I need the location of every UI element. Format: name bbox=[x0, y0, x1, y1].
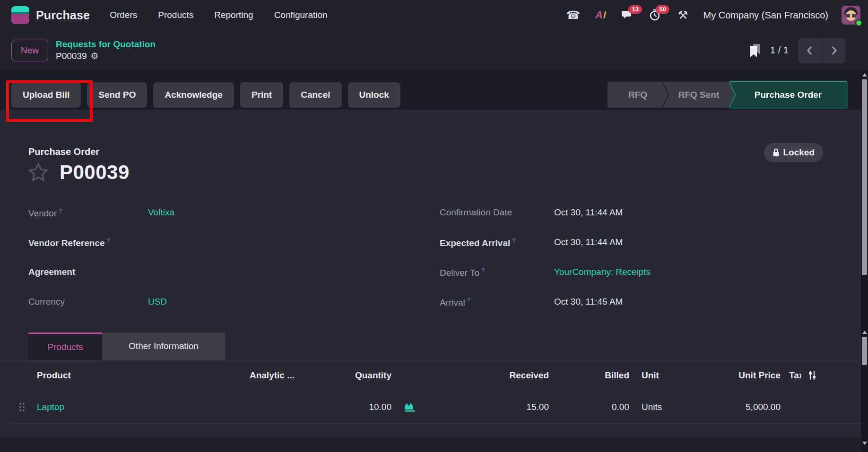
action-strip: Upload Bill Send PO Acknowledge Print Ca… bbox=[0, 70, 861, 110]
purchase-app-logo[interactable] bbox=[11, 6, 29, 24]
voip-phone-icon[interactable]: ☎ bbox=[566, 7, 580, 23]
pager-area: 1 / 1 bbox=[749, 38, 845, 63]
breadcrumb-current: P00039 bbox=[56, 51, 87, 61]
pager-previous-button[interactable] bbox=[798, 38, 822, 63]
table-row[interactable]: Laptop 10.00 15.00 0.00 Units 5,000.00 bbox=[11, 391, 861, 424]
stage-purchase-order[interactable]: Purchase Order bbox=[729, 82, 847, 108]
inner-scroll-up-arrow[interactable] bbox=[862, 331, 867, 334]
breadcrumb: Requests for Quotation P00039 ⚙ bbox=[56, 39, 156, 61]
activities-icon[interactable]: 50 bbox=[648, 7, 662, 23]
field-vendor: Vendor? Voltixa bbox=[28, 205, 440, 234]
online-status-dot bbox=[855, 19, 862, 26]
notebook: Products Other Information Product Analy… bbox=[0, 333, 861, 424]
deliver-to-value-link[interactable]: YourCompany: Receipts bbox=[554, 264, 651, 277]
row-quantity[interactable]: 10.00 bbox=[295, 402, 391, 412]
row-billed[interactable]: 0.00 bbox=[549, 402, 629, 412]
main-menu: Orders Products Reporting Configuration bbox=[110, 10, 327, 20]
expected-arrival-value[interactable]: Oct 30, 11:44 AM bbox=[554, 234, 623, 247]
messages-count-badge: 13 bbox=[628, 5, 642, 14]
row-product-link[interactable]: Laptop bbox=[32, 402, 193, 412]
chevron-right-icon bbox=[830, 45, 838, 56]
row-received[interactable]: 15.00 bbox=[419, 402, 549, 412]
pager-next-button[interactable] bbox=[822, 38, 845, 63]
help-icon: ? bbox=[467, 297, 470, 304]
col-header-quantity[interactable]: Quantity bbox=[295, 370, 391, 381]
inner-scrollbar-thumb[interactable] bbox=[862, 337, 867, 365]
locked-badge: Locked bbox=[764, 143, 823, 162]
user-avatar[interactable] bbox=[842, 6, 860, 25]
vendor-value-link[interactable]: Voltixa bbox=[148, 205, 174, 218]
breadcrumb-parent-link[interactable]: Requests for Quotation bbox=[56, 39, 156, 50]
send-po-button[interactable]: Send PO bbox=[87, 82, 147, 108]
app-title: Purchase bbox=[36, 9, 90, 22]
notebook-tabs: Products Other Information bbox=[0, 333, 861, 360]
developer-tools-icon[interactable]: ⚒ bbox=[676, 7, 690, 23]
fields-right-column: Confirmation Date Oct 30, 11:44 AM Expec… bbox=[440, 205, 833, 324]
favorite-star-icon[interactable] bbox=[27, 162, 49, 183]
statusbar: RFQ RFQ Sent Purchase Order bbox=[608, 82, 847, 108]
ai-assistant-icon[interactable]: AI bbox=[593, 7, 608, 23]
activities-count-badge: 50 bbox=[656, 5, 669, 14]
optional-columns-icon[interactable] bbox=[807, 370, 818, 381]
field-expected-arrival: Expected Arrival? Oct 30, 11:44 AM bbox=[440, 234, 833, 264]
tab-products[interactable]: Products bbox=[28, 333, 102, 360]
vertical-scrollbar[interactable] bbox=[861, 70, 868, 452]
document-type-label: Purchase Order bbox=[28, 146, 99, 157]
menu-orders[interactable]: Orders bbox=[110, 10, 137, 20]
stage-rfq-sent[interactable]: RFQ Sent bbox=[663, 82, 735, 108]
field-confirmation-date: Confirmation Date Oct 30, 11:44 AM bbox=[440, 205, 833, 234]
currency-value-link[interactable]: USD bbox=[148, 294, 167, 307]
menu-products[interactable]: Products bbox=[158, 10, 193, 20]
confirmation-date-value[interactable]: Oct 30, 11:44 AM bbox=[554, 205, 623, 218]
scroll-up-arrow[interactable] bbox=[862, 73, 867, 77]
field-group: Vendor? Voltixa Vendor Reference? Agreem… bbox=[28, 205, 833, 324]
col-header-received[interactable]: Received bbox=[419, 370, 549, 381]
table-header-row: Product Analytic ... Quantity Received B… bbox=[11, 360, 861, 391]
company-selector[interactable]: My Company (San Francisco) bbox=[703, 10, 828, 21]
col-header-unit[interactable]: Unit bbox=[629, 370, 691, 381]
row-unit[interactable]: Units bbox=[629, 402, 691, 412]
help-icon: ? bbox=[481, 267, 485, 274]
field-arrival: Arrival? Oct 30, 11:45 AM bbox=[440, 294, 833, 324]
print-button[interactable]: Print bbox=[240, 82, 283, 108]
stage-rfq[interactable]: RFQ bbox=[608, 82, 668, 108]
messages-icon[interactable]: 13 bbox=[621, 7, 635, 23]
menu-configuration[interactable]: Configuration bbox=[274, 10, 328, 20]
forecast-chart-icon[interactable] bbox=[403, 401, 416, 413]
drag-handle-icon[interactable] bbox=[18, 402, 25, 412]
pager-value: 1 / 1 bbox=[770, 45, 789, 56]
bookmark-icon[interactable] bbox=[749, 43, 761, 58]
menu-reporting[interactable]: Reporting bbox=[214, 10, 253, 20]
field-vendor-reference: Vendor Reference? bbox=[28, 234, 440, 264]
col-header-billed[interactable]: Billed bbox=[549, 370, 629, 381]
unlock-button[interactable]: Unlock bbox=[348, 82, 400, 108]
scrollbar-thumb[interactable] bbox=[862, 79, 867, 275]
col-header-taxes[interactable]: Tax bbox=[781, 370, 801, 381]
order-lines-table: Product Analytic ... Quantity Received B… bbox=[0, 360, 861, 424]
lock-icon bbox=[773, 148, 780, 157]
field-agreement: Agreement bbox=[28, 264, 440, 294]
chevron-left-icon bbox=[806, 45, 814, 56]
navbar-systray: ☎ AI 13 50 ⚒ bbox=[566, 6, 860, 25]
top-navbar: Purchase Orders Products Reporting Confi… bbox=[0, 0, 868, 30]
fields-left-column: Vendor? Voltixa Vendor Reference? Agreem… bbox=[28, 205, 440, 324]
cancel-button[interactable]: Cancel bbox=[289, 82, 341, 108]
new-button[interactable]: New bbox=[11, 40, 48, 61]
col-header-product[interactable]: Product bbox=[32, 370, 193, 381]
purchase-app-window: Purchase Orders Products Reporting Confi… bbox=[0, 0, 868, 452]
field-deliver-to: Deliver To? YourCompany: Receipts bbox=[440, 264, 833, 294]
col-header-analytic[interactable]: Analytic ... bbox=[193, 370, 295, 381]
acknowledge-button[interactable]: Acknowledge bbox=[153, 82, 234, 108]
actions-gear-icon[interactable]: ⚙ bbox=[91, 51, 99, 61]
arrival-value[interactable]: Oct 30, 11:45 AM bbox=[554, 294, 623, 307]
row-unit-price[interactable]: 5,000.00 bbox=[691, 402, 781, 412]
help-icon: ? bbox=[59, 207, 62, 214]
col-header-unit-price[interactable]: Unit Price bbox=[691, 370, 781, 381]
upload-bill-button[interactable]: Upload Bill bbox=[11, 82, 81, 108]
control-panel: New Requests for Quotation P00039 ⚙ Bill… bbox=[0, 30, 868, 70]
help-icon: ? bbox=[107, 237, 110, 244]
order-name-title: P00039 bbox=[60, 161, 130, 184]
tab-other-information[interactable]: Other Information bbox=[102, 333, 225, 360]
scroll-down-arrow[interactable] bbox=[862, 442, 867, 445]
action-buttons: Upload Bill Send PO Acknowledge Print Ca… bbox=[11, 82, 400, 108]
